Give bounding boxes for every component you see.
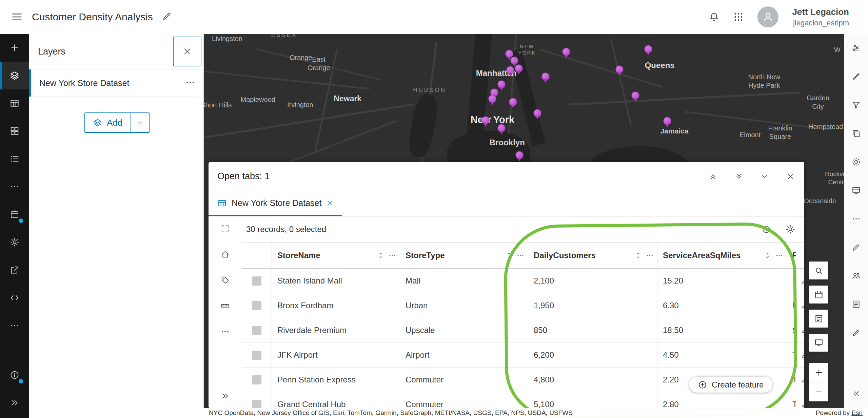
table-row[interactable]: Staten Island MallMall2,10015.20Suburban	[242, 269, 804, 293]
app-launcher-button[interactable]	[733, 12, 744, 22]
zoom-to-selection-button[interactable]	[220, 224, 230, 233]
more-table-tools-button[interactable]	[220, 327, 230, 336]
store-pin[interactable]	[644, 45, 652, 53]
user-block[interactable]: Jett Legacion jlegacion_esripm	[792, 7, 849, 27]
right-rail-item-aggregation[interactable]	[844, 148, 868, 176]
table-row[interactable]: Grand Central HubCommuter5,1002.80Transi…	[242, 392, 804, 408]
store-pin[interactable]	[497, 80, 506, 88]
measure-button[interactable]	[220, 301, 230, 311]
right-rail-item-filter[interactable]	[844, 91, 868, 119]
right-rail-item-properties[interactable]	[844, 34, 868, 62]
store-pin[interactable]	[663, 117, 671, 125]
create-feature-button[interactable]: Create feature	[689, 377, 772, 393]
store-pin[interactable]	[481, 116, 490, 124]
layer-list-item[interactable]: New York Store Dataset	[29, 69, 203, 97]
expand-strip-button[interactable]	[220, 391, 230, 401]
row-edit-button[interactable]	[796, 392, 804, 408]
rail-item-info[interactable]	[0, 361, 29, 389]
column-header-type[interactable]: StoreType	[400, 243, 528, 268]
row-checkbox[interactable]	[252, 301, 261, 310]
table-row[interactable]: JFK AirportAirport6,2004.50Transit	[242, 343, 804, 368]
rail-item-more[interactable]	[0, 173, 29, 201]
collapse-all-button[interactable]	[709, 172, 717, 181]
sort-icon[interactable]	[505, 251, 513, 259]
zoom-out-button[interactable]	[809, 382, 828, 401]
row-edit-button[interactable]	[796, 368, 804, 392]
add-layer-button[interactable]: Add	[85, 113, 131, 132]
store-pin[interactable]	[533, 109, 541, 117]
default-view-button[interactable]	[220, 250, 230, 259]
hamburger-menu-button[interactable]	[7, 7, 26, 26]
column-header-region[interactable]: Region	[787, 243, 796, 268]
info-circle-icon[interactable]	[762, 224, 771, 234]
column-header-area[interactable]: ServiceAreaSqMiles	[657, 243, 787, 268]
show-selected-button[interactable]	[220, 275, 230, 285]
store-pin[interactable]	[509, 98, 517, 106]
store-pin[interactable]	[631, 91, 639, 100]
add-layer-dropdown-button[interactable]	[131, 113, 149, 132]
rail-item-layers[interactable]	[0, 62, 29, 89]
esri-link[interactable]: Esri	[851, 409, 863, 416]
column-header-daily[interactable]: DailyCustomers	[528, 243, 657, 268]
table-row[interactable]: Bronx FordhamUrban1,9506.30Urban	[242, 293, 804, 318]
store-pin[interactable]	[497, 124, 506, 132]
expand-all-button[interactable]	[734, 172, 743, 181]
rail-item-save-open[interactable]	[0, 201, 29, 228]
store-pin[interactable]	[615, 65, 624, 74]
store-pin[interactable]	[510, 57, 518, 65]
right-rail-item-effects[interactable]	[844, 119, 868, 148]
rail-item-share[interactable]	[0, 256, 29, 284]
close-tab-button[interactable]	[326, 200, 334, 207]
right-rail-item-edit[interactable]	[844, 233, 868, 262]
edit-note-button[interactable]	[809, 310, 828, 328]
close-table-button[interactable]	[786, 172, 795, 181]
minimize-table-button[interactable]	[760, 172, 769, 181]
store-pin[interactable]	[562, 48, 570, 56]
store-pin[interactable]	[541, 72, 550, 81]
sort-icon[interactable]	[377, 251, 385, 259]
column-menu-icon[interactable]	[388, 251, 396, 259]
row-edit-button[interactable]	[796, 343, 804, 367]
column-menu-icon[interactable]	[516, 251, 525, 259]
column-menu-icon[interactable]	[646, 251, 654, 259]
tab-new-york-store-dataset[interactable]: New York Store Dataset	[209, 191, 342, 216]
rail-item-tables[interactable]	[0, 89, 29, 117]
column-header-select[interactable]	[242, 243, 272, 268]
rail-item-add[interactable]	[0, 34, 29, 62]
rail-item-legend[interactable]	[0, 145, 29, 173]
right-rail-item-styles[interactable]	[844, 62, 868, 91]
row-checkbox[interactable]	[252, 375, 261, 384]
rail-item-more-tools[interactable]	[0, 312, 29, 339]
table-row[interactable]: Riverdale PremiumUpscale85018.50Suburban	[242, 318, 804, 343]
display-button[interactable]	[809, 334, 828, 352]
zoom-in-button[interactable]	[809, 363, 828, 382]
rail-item-basemap[interactable]	[0, 117, 29, 145]
rail-item-map-properties[interactable]	[0, 228, 29, 256]
calendar-button[interactable]	[809, 286, 828, 304]
store-pin[interactable]	[488, 95, 496, 103]
right-rail-item-forms[interactable]	[844, 290, 868, 318]
row-edit-button[interactable]	[796, 269, 804, 293]
row-checkbox[interactable]	[252, 351, 261, 360]
edit-title-button[interactable]	[162, 11, 172, 23]
row-checkbox[interactable]	[252, 400, 261, 409]
row-checkbox[interactable]	[252, 326, 261, 335]
column-menu-icon[interactable]	[775, 251, 783, 259]
row-edit-button[interactable]	[796, 293, 804, 318]
right-rail-item-popups[interactable]	[844, 176, 868, 205]
store-pin[interactable]	[515, 64, 523, 72]
sort-icon[interactable]	[634, 251, 642, 259]
right-rail-item-collapse-rail[interactable]	[844, 379, 868, 408]
search-button[interactable]	[809, 262, 828, 279]
right-rail-item-basemap-style[interactable]	[844, 318, 868, 347]
right-rail-item-sharing[interactable]	[844, 262, 868, 290]
column-header-name[interactable]: StoreName	[272, 243, 400, 268]
store-pin[interactable]	[506, 66, 514, 74]
store-pin[interactable]	[515, 151, 524, 159]
table-settings-button[interactable]	[785, 224, 795, 234]
avatar[interactable]	[757, 6, 778, 27]
sort-icon[interactable]	[764, 251, 772, 259]
layer-options-button[interactable]	[185, 77, 195, 89]
close-layers-panel-button[interactable]	[173, 37, 201, 66]
notifications-button[interactable]	[709, 12, 719, 22]
